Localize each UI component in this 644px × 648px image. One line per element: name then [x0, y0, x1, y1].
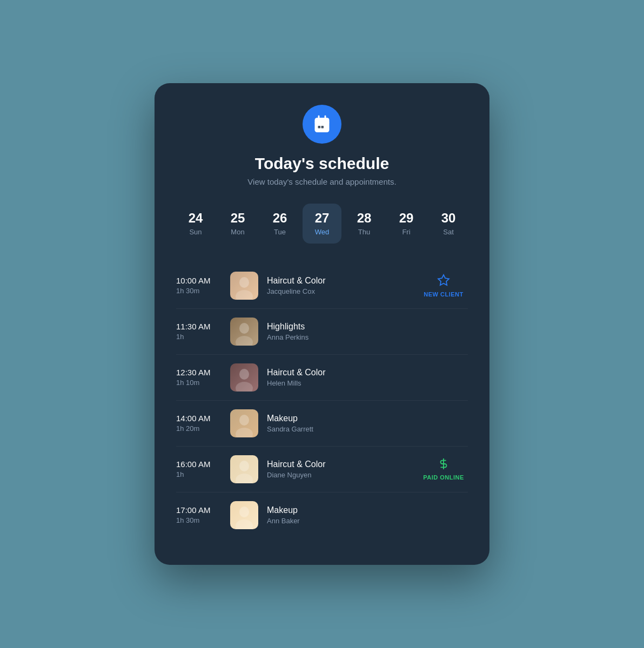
- date-day: Sun: [189, 228, 202, 236]
- svg-point-13: [239, 415, 249, 426]
- date-item-wed[interactable]: 27 Wed: [303, 204, 341, 243]
- svg-point-6: [239, 277, 249, 288]
- date-day: Mon: [231, 228, 244, 236]
- date-number: 26: [273, 211, 287, 225]
- client-name: Sandra Garrett: [267, 425, 419, 433]
- svg-point-18: [239, 507, 249, 517]
- service-name: Haircut & Color: [267, 460, 419, 469]
- avatar: [230, 318, 258, 346]
- new-client-label: NEW CLIENT: [424, 291, 463, 298]
- dollar-icon: [438, 458, 450, 472]
- paid-online-label: PAID ONLINE: [423, 474, 464, 481]
- time-label: 17:00 AM: [176, 505, 230, 515]
- appointment-info: Makeup Sandra Garrett: [267, 414, 419, 433]
- avatar: [230, 272, 258, 300]
- page-subtitle: View today's schedule and appointments.: [176, 177, 468, 186]
- new-client-badge: NEW CLIENT: [419, 274, 468, 298]
- appointment-time: 17:00 AM 1h 30m: [176, 505, 230, 524]
- date-strip: 24 Sun 25 Mon 26 Tue 27 Wed 28 Thu 29 Fr…: [176, 204, 468, 243]
- service-name: Makeup: [267, 505, 419, 515]
- date-item-thu[interactable]: 28 Thu: [345, 204, 384, 243]
- svg-point-19: [236, 519, 253, 529]
- header: Today's schedule View today's schedule a…: [176, 105, 468, 186]
- svg-rect-4: [318, 126, 321, 129]
- date-number: 24: [189, 211, 203, 225]
- svg-point-7: [236, 290, 253, 300]
- duration-label: 1h: [176, 333, 230, 341]
- appointment-row[interactable]: 16:00 AM 1h Haircut & Color Diane Nguyen: [176, 447, 468, 492]
- time-label: 10:00 AM: [176, 276, 230, 285]
- appointment-row[interactable]: 10:00 AM 1h 30m Haircut & Color Jacqueli…: [176, 263, 468, 309]
- appointment-info: Highlights Anna Perkins: [267, 322, 419, 341]
- duration-label: 1h: [176, 470, 230, 478]
- client-name: Helen Mills: [267, 379, 419, 387]
- date-item-mon[interactable]: 25 Mon: [218, 204, 257, 243]
- svg-point-11: [239, 369, 249, 380]
- svg-point-16: [236, 474, 253, 483]
- duration-label: 1h 30m: [176, 287, 230, 295]
- appointment-time: 10:00 AM 1h 30m: [176, 276, 230, 295]
- appointment-time: 14:00 AM 1h 20m: [176, 414, 230, 433]
- avatar: [230, 409, 258, 437]
- date-day: Sat: [443, 228, 454, 236]
- date-item-sun[interactable]: 24 Sun: [176, 204, 215, 243]
- appointment-time: 16:00 AM 1h: [176, 460, 230, 478]
- avatar: [230, 363, 258, 392]
- date-number: 27: [315, 211, 330, 225]
- svg-point-14: [236, 428, 253, 437]
- client-name: Ann Baker: [267, 517, 419, 525]
- avatar: [230, 455, 258, 483]
- date-day: Wed: [315, 228, 330, 236]
- date-day: Thu: [358, 228, 370, 236]
- service-name: Makeup: [267, 414, 419, 423]
- svg-point-15: [239, 461, 249, 471]
- appointment-time: 12:30 AM 1h 10m: [176, 368, 230, 387]
- appointment-info: Haircut & Color Jacqueline Cox: [267, 276, 419, 295]
- client-name: Jacqueline Cox: [267, 287, 419, 295]
- time-label: 11:30 AM: [176, 322, 230, 331]
- time-label: 12:30 AM: [176, 368, 230, 377]
- paid-online-badge: PAID ONLINE: [419, 458, 468, 481]
- date-number: 30: [441, 211, 456, 225]
- duration-label: 1h 10m: [176, 379, 230, 387]
- appointment-info: Haircut & Color Helen Mills: [267, 368, 419, 387]
- client-name: Anna Perkins: [267, 333, 419, 341]
- date-day: Fri: [402, 228, 410, 236]
- appointment-info: Makeup Ann Baker: [267, 505, 419, 525]
- time-label: 16:00 AM: [176, 460, 230, 469]
- svg-marker-8: [438, 275, 449, 285]
- date-item-tue[interactable]: 26 Tue: [260, 204, 299, 243]
- date-day: Tue: [274, 228, 286, 236]
- appointment-row[interactable]: 11:30 AM 1h Highlights Anna Perkins: [176, 309, 468, 355]
- star-icon: [437, 274, 450, 289]
- appointments-list: 10:00 AM 1h 30m Haircut & Color Jacqueli…: [176, 263, 468, 538]
- service-name: Highlights: [267, 322, 419, 332]
- appointment-row[interactable]: 17:00 AM 1h 30m Makeup Ann Baker: [176, 492, 468, 538]
- duration-label: 1h 20m: [176, 424, 230, 433]
- service-name: Haircut & Color: [267, 368, 419, 377]
- svg-point-10: [236, 336, 253, 346]
- appointment-info: Haircut & Color Diane Nguyen: [267, 460, 419, 479]
- schedule-card: Today's schedule View today's schedule a…: [155, 83, 489, 564]
- time-label: 14:00 AM: [176, 414, 230, 423]
- calendar-svg: [312, 114, 332, 134]
- page-title: Today's schedule: [176, 154, 468, 173]
- calendar-icon: [303, 105, 341, 144]
- date-number: 28: [357, 211, 372, 225]
- service-name: Haircut & Color: [267, 276, 419, 286]
- duration-label: 1h 30m: [176, 516, 230, 524]
- appointment-row[interactable]: 12:30 AM 1h 10m Haircut & Color Helen Mi…: [176, 355, 468, 401]
- avatar: [230, 501, 258, 529]
- date-item-sat[interactable]: 30 Sat: [429, 204, 468, 243]
- svg-rect-0: [315, 118, 330, 132]
- svg-point-12: [236, 382, 253, 392]
- appointment-time: 11:30 AM 1h: [176, 322, 230, 341]
- client-name: Diane Nguyen: [267, 471, 419, 479]
- date-number: 29: [399, 211, 414, 225]
- svg-point-9: [239, 323, 249, 334]
- date-number: 25: [231, 211, 245, 225]
- date-item-fri[interactable]: 29 Fri: [387, 204, 426, 243]
- appointment-row[interactable]: 14:00 AM 1h 20m Makeup Sandra Garrett: [176, 401, 468, 447]
- svg-rect-5: [321, 126, 324, 129]
